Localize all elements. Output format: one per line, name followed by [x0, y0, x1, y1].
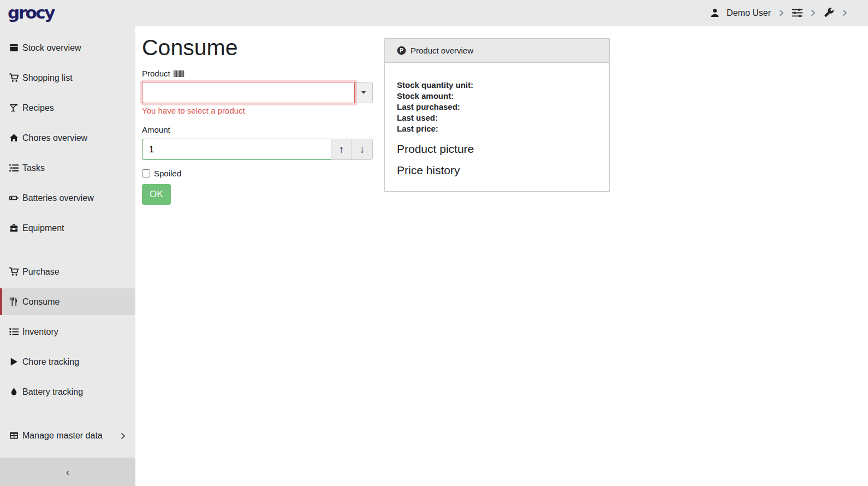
ok-button[interactable]: OK — [142, 184, 171, 205]
product-dropdown-button[interactable] — [355, 82, 373, 103]
list-icon — [9, 327, 19, 337]
caret-down-icon — [361, 91, 366, 94]
last-price-label: Last price: — [397, 123, 597, 134]
sidebar-item-label: Manage master data — [22, 431, 103, 441]
sidebar-item-purchase[interactable]: Purchase — [0, 258, 135, 285]
product-overview-title: Product overview — [411, 46, 473, 55]
chevron-right-icon[interactable] — [778, 9, 785, 16]
price-history-heading: Price history — [397, 164, 597, 177]
chevron-right-icon — [120, 432, 127, 439]
sidebar-item-battery-tracking[interactable]: Battery tracking — [0, 378, 135, 405]
product-circle-icon: P — [397, 46, 406, 55]
nav-group-divider — [0, 245, 135, 258]
home-icon — [9, 133, 19, 143]
cocktail-icon — [9, 103, 19, 113]
amount-decrease-button[interactable]: ↓ — [352, 139, 373, 160]
sidebar-item-manage-master-data[interactable]: Manage master data — [0, 422, 135, 449]
last-purchased-label: Last purchased: — [397, 102, 597, 112]
droplet-icon — [9, 387, 19, 397]
sidebar-item-inventory[interactable]: Inventory — [0, 318, 135, 345]
top-header-bar: grocy Demo User — [0, 0, 868, 26]
product-error-message: You have to select a product — [142, 106, 245, 115]
battery-icon — [9, 193, 19, 203]
shopping-cart-icon — [9, 267, 19, 277]
stock-amount-label: Stock amount: — [397, 91, 597, 102]
sidebar-item-label: Inventory — [22, 327, 58, 337]
sidebar-item-stock-overview[interactable]: Stock overview — [0, 34, 135, 61]
svg-text:P: P — [400, 48, 403, 54]
product-overview-body: Stock quantity unit: Stock amount: Last … — [385, 63, 609, 188]
sidebar-collapse-button[interactable]: ‹ — [0, 458, 135, 486]
utensils-icon — [9, 297, 19, 307]
sidebar-item-label: Chores overview — [22, 133, 87, 143]
box-icon — [9, 43, 19, 53]
sliders-icon[interactable] — [792, 8, 802, 18]
sidebar-item-label: Battery tracking — [22, 387, 83, 397]
product-picture-heading: Product picture — [397, 143, 597, 156]
page-title: Consume — [142, 35, 237, 61]
sidebar-item-label: Consume — [22, 297, 60, 307]
sidebar-item-tasks[interactable]: Tasks — [0, 155, 135, 181]
stock-quantity-unit-label: Stock quantity unit: — [397, 80, 597, 91]
sidebar-item-label: Chore tracking — [22, 357, 79, 367]
spoiled-label: Spoiled — [154, 169, 181, 178]
nav-group-divider — [0, 408, 135, 422]
sidebar-item-equipment[interactable]: Equipment — [0, 215, 135, 241]
amount-label: Amount — [142, 125, 170, 134]
toolbox-icon — [9, 223, 19, 233]
product-overview-card: P Product overview Stock quantity unit: … — [384, 38, 610, 192]
user-menu[interactable]: Demo User — [727, 8, 771, 18]
product-input-group — [142, 82, 373, 103]
sidebar-item-chore-tracking[interactable]: Chore tracking — [0, 348, 135, 375]
amount-input-group: ↑ ↓ — [142, 139, 373, 160]
sidebar-item-recipes[interactable]: Recipes — [0, 94, 135, 121]
table-icon — [9, 431, 19, 441]
spoiled-row: Spoiled — [142, 169, 181, 178]
sidebar-item-label: Recipes — [22, 103, 54, 113]
header-actions: Demo User — [710, 8, 848, 18]
chevron-right-icon[interactable] — [810, 9, 817, 16]
product-overview-header: P Product overview — [385, 39, 609, 63]
sidebar-nav: Stock overview Shopping list Recipes Cho… — [0, 26, 135, 486]
sidebar-item-label: Equipment — [22, 223, 64, 233]
sidebar-item-label: Purchase — [22, 267, 60, 277]
spoiled-checkbox[interactable] — [142, 169, 150, 177]
product-input[interactable] — [142, 82, 355, 103]
sidebar-item-batteries-overview[interactable]: Batteries overview — [0, 185, 135, 211]
tasks-icon — [9, 163, 19, 173]
wrench-icon[interactable] — [824, 8, 834, 18]
chevron-right-icon[interactable] — [841, 9, 848, 16]
play-icon — [9, 357, 19, 367]
product-label: Product — [142, 69, 185, 78]
grocy-logo[interactable]: grocy — [8, 4, 54, 21]
shopping-cart-icon — [9, 73, 19, 83]
user-icon — [710, 8, 720, 17]
amount-input[interactable] — [142, 139, 331, 160]
sidebar-item-consume[interactable]: Consume — [0, 288, 135, 315]
chevron-left-icon: ‹ — [66, 466, 70, 478]
amount-increase-button[interactable]: ↑ — [331, 139, 352, 160]
last-used-label: Last used: — [397, 112, 597, 123]
sidebar-item-label: Batteries overview — [22, 193, 94, 203]
sidebar-item-label: Shopping list — [22, 73, 73, 83]
barcode-icon — [174, 70, 185, 78]
sidebar-item-chores-overview[interactable]: Chores overview — [0, 125, 135, 151]
arrow-up-icon: ↑ — [339, 144, 344, 156]
arrow-down-icon: ↓ — [360, 144, 365, 156]
sidebar-item-label: Stock overview — [22, 43, 81, 53]
sidebar-item-shopping-list[interactable]: Shopping list — [0, 64, 135, 91]
main-content: Consume Product You have to select a pro… — [135, 26, 868, 486]
sidebar-item-label: Tasks — [22, 163, 45, 173]
